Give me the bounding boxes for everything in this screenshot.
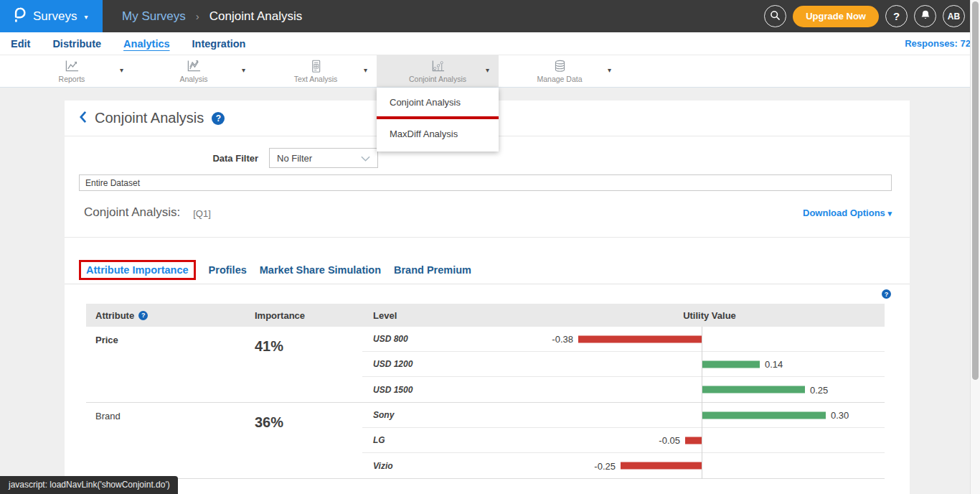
nav-link-analytics[interactable]: Analytics (123, 38, 169, 50)
content-card: Conjoint Analysis ? Data Filter No Filte… (65, 101, 910, 494)
utility-bar-area: -0.05 (534, 428, 885, 452)
breadcrumb-separator-icon: › (196, 10, 199, 22)
utility-bar-anchor: -0.25 (594, 460, 702, 471)
page-title: Conjoint Analysis (95, 110, 204, 126)
chevron-down-icon[interactable]: ▾ (608, 66, 611, 74)
avatar[interactable]: AB (943, 5, 965, 27)
utility-bar-anchor: 0.30 (702, 410, 849, 421)
utility-bar (685, 437, 702, 444)
questionpro-logo-icon (12, 6, 26, 26)
table-help-icon[interactable]: ? (882, 289, 891, 299)
toolbar-item-label: Text Analysis (294, 75, 338, 83)
nav-link-edit[interactable]: Edit (11, 38, 30, 50)
nav-link-distribute[interactable]: Distribute (52, 38, 101, 50)
menu-item-maxdiff-analysis[interactable]: MaxDiff Analysis (377, 119, 499, 148)
chevron-down-icon[interactable]: ▾ (364, 66, 367, 74)
toolbar-item-label: Reports (59, 75, 85, 83)
data-filter-select[interactable]: No Filter (269, 148, 378, 168)
line-chart-icon (64, 60, 80, 73)
utility-bar-area: -0.38 (534, 327, 885, 351)
attribute-group-price: Price41%USD 800-0.38USD 12000.14USD 1500… (86, 327, 885, 403)
utility-bar-anchor: 0.14 (702, 359, 783, 370)
responses-count[interactable]: Responses: 72 (905, 38, 971, 49)
utility-bar-area: 0.30 (534, 403, 885, 427)
level-label: Sony (362, 410, 534, 420)
toolbar-item-analysis[interactable]: Analysis▾ (133, 55, 255, 87)
attribute-name: Brand (86, 403, 248, 478)
section-divider (65, 237, 910, 238)
toolbar-item-conjoint-analysis[interactable]: Conjoint Analysis▾ (377, 55, 499, 87)
nav-links: EditDistributeAnalyticsIntegration (11, 38, 245, 50)
attribute-name: Price (86, 327, 248, 402)
toolbar-item-label: Conjoint Analysis (409, 75, 466, 83)
section-heading-row: Conjoint Analysis: [Q1] Download Options… (65, 200, 910, 225)
chevron-down-icon[interactable]: ▾ (242, 66, 245, 74)
utility-bar (702, 411, 826, 419)
back-chevron-icon[interactable] (79, 111, 87, 126)
notifications-button[interactable] (914, 5, 936, 27)
breadcrumb-my-surveys[interactable]: My Surveys (122, 9, 186, 24)
data-filter-value: No Filter (277, 153, 312, 164)
level-row: USD 15000.25 (362, 377, 885, 402)
level-row: LG-0.05 (362, 428, 885, 453)
top-bar: Surveys ▾ My Surveys › Conjoint Analysis… (0, 0, 980, 32)
tab-attribute-importance[interactable]: Attribute Importance (79, 260, 196, 280)
utility-bar-area: 0.14 (534, 352, 885, 376)
importance-column-header: Importance (248, 310, 362, 321)
level-row: Sony0.30 (362, 403, 885, 428)
levels-list: USD 800-0.38USD 12000.14USD 15000.25 (362, 327, 885, 402)
vertical-scrollbar[interactable] (970, 0, 980, 494)
chevron-down-icon (361, 153, 370, 164)
product-menu-label: Surveys (33, 9, 77, 24)
attribute-help-icon[interactable]: ? (138, 311, 148, 320)
utility-bar (578, 335, 702, 342)
toolbar-item-label: Analysis (179, 75, 207, 83)
chevron-down-icon[interactable]: ▾ (486, 66, 489, 74)
tab-profiles[interactable]: Profiles (209, 264, 247, 276)
help-button[interactable]: ? (885, 5, 908, 27)
status-bar-link-preview: javascript: loadNavLink('showConjoint.do… (0, 476, 178, 494)
section-question-ref: [Q1] (193, 208, 211, 219)
level-label: Vizio (362, 461, 534, 471)
levels-list: Sony0.30LG-0.05Vizio-0.25 (362, 403, 885, 478)
avatar-initials: AB (948, 11, 960, 22)
menu-item-conjoint-analysis[interactable]: Conjoint Analysis (377, 88, 499, 116)
tab-brand-premium[interactable]: Brand Premium (394, 264, 471, 276)
nav-link-integration[interactable]: Integration (192, 38, 246, 50)
download-options-label: Download Options (803, 208, 885, 218)
tab-market-share-simulation[interactable]: Market Share Simulation (260, 264, 381, 276)
level-label: USD 800 (362, 334, 534, 344)
text-report-icon (308, 60, 324, 73)
scrollbar-thumb[interactable] (972, 1, 979, 380)
utility-value-label: 0.25 (810, 384, 828, 395)
attribute-header-label: Attribute (95, 310, 134, 321)
result-tabs: Attribute ImportanceProfilesMarket Share… (65, 260, 910, 284)
level-column-header: Level (362, 310, 534, 321)
utility-bar-area: -0.25 (534, 453, 885, 478)
utility-bar-anchor: -0.38 (552, 334, 702, 345)
utility-bar-anchor: -0.05 (659, 435, 702, 446)
search-button[interactable] (764, 5, 786, 27)
breadcrumb: My Surveys › Conjoint Analysis (122, 9, 302, 24)
download-options-link[interactable]: Download Options ▾ (803, 208, 892, 218)
dataset-field[interactable] (79, 174, 892, 191)
attribute-importance-table: Attribute ? Importance Level Utility Val… (86, 304, 885, 479)
level-label: USD 1500 (362, 385, 534, 395)
table-header: Attribute ? Importance Level Utility Val… (86, 304, 885, 327)
chevron-down-icon[interactable]: ▾ (120, 66, 123, 74)
level-row: USD 12000.14 (362, 352, 885, 377)
toolbar-item-reports[interactable]: Reports▾ (11, 55, 133, 87)
importance-value: 41% (248, 327, 362, 402)
survey-nav: EditDistributeAnalyticsIntegration Respo… (0, 32, 980, 55)
data-filter-label: Data Filter (65, 153, 258, 164)
utility-column-header: Utility Value (534, 310, 885, 321)
importance-value: 36% (248, 403, 362, 478)
bell-icon (920, 9, 931, 23)
upgrade-now-button[interactable]: Upgrade Now (793, 6, 879, 27)
product-menu[interactable]: Surveys ▾ (0, 0, 103, 32)
toolbar-item-text-analysis[interactable]: Text Analysis▾ (255, 55, 377, 87)
utility-value-label: -0.38 (552, 334, 573, 345)
level-label: LG (362, 435, 534, 445)
page-help-icon[interactable]: ? (212, 112, 225, 125)
toolbar-item-manage-data[interactable]: Manage Data▾ (499, 55, 621, 87)
